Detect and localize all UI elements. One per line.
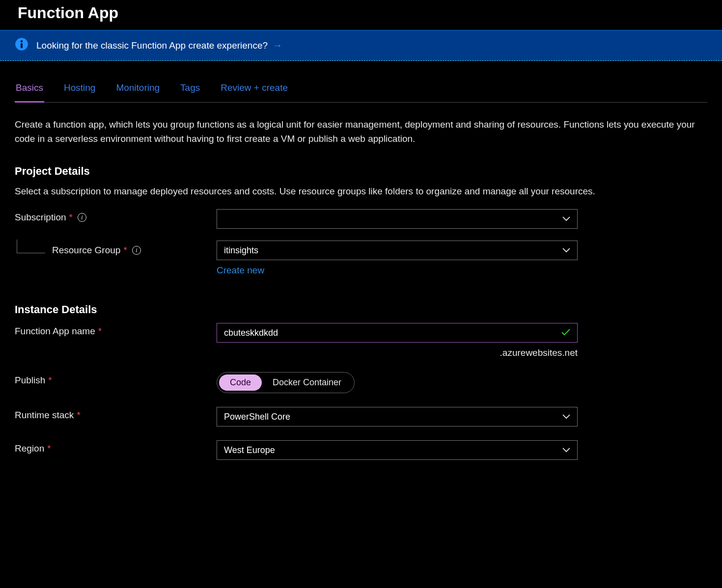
resource-group-value: itinsights <box>224 245 258 256</box>
project-details-heading: Project Details <box>15 165 707 178</box>
chevron-down-icon <box>562 216 570 221</box>
page-title: Function App <box>0 0 722 30</box>
region-select[interactable]: West Europe <box>217 440 578 460</box>
info-icon[interactable]: i <box>78 213 86 222</box>
function-app-name-input[interactable]: cbuteskkdkdd <box>217 323 578 343</box>
required-indicator: * <box>69 212 73 223</box>
runtime-stack-label: Runtime stack <box>15 410 74 421</box>
info-icon <box>15 37 28 53</box>
subscription-select[interactable] <box>217 209 578 229</box>
classic-experience-banner[interactable]: Looking for the classic Function App cre… <box>0 30 722 61</box>
region-label: Region <box>15 443 44 454</box>
info-icon[interactable]: i <box>132 246 141 255</box>
runtime-stack-select[interactable]: PowerShell Core <box>217 407 578 427</box>
tree-connector <box>17 240 45 253</box>
tab-description: Create a function app, which lets you gr… <box>15 117 707 146</box>
banner-text: Looking for the classic Function App cre… <box>36 40 268 51</box>
project-details-subtitle: Select a subscription to manage deployed… <box>15 185 707 199</box>
arrow-right-icon: → <box>273 40 282 51</box>
tab-hosting[interactable]: Hosting <box>63 82 96 103</box>
tab-basics[interactable]: Basics <box>15 82 44 103</box>
chevron-down-icon <box>562 414 570 419</box>
required-indicator: * <box>77 410 80 421</box>
publish-option-docker[interactable]: Docker Container <box>262 374 352 391</box>
chevron-down-icon <box>562 248 570 253</box>
tab-monitoring[interactable]: Monitoring <box>115 82 161 103</box>
required-indicator: * <box>47 443 51 454</box>
subscription-label: Subscription <box>15 212 66 223</box>
resource-group-label: Resource Group <box>52 245 120 256</box>
svg-rect-2 <box>21 43 23 49</box>
domain-suffix: .azurewebsites.net <box>217 347 578 358</box>
svg-point-1 <box>21 40 23 43</box>
required-indicator: * <box>48 375 52 386</box>
required-indicator: * <box>123 245 127 256</box>
tab-tags[interactable]: Tags <box>179 82 201 103</box>
instance-details-heading: Instance Details <box>15 303 707 316</box>
checkmark-icon <box>561 328 570 338</box>
region-value: West Europe <box>224 445 275 455</box>
tabs-bar: Basics Hosting Monitoring Tags Review + … <box>15 82 707 103</box>
publish-option-code[interactable]: Code <box>219 374 262 391</box>
publish-toggle: Code Docker Container <box>217 372 355 393</box>
publish-label: Publish <box>15 375 45 386</box>
function-app-name-label: Function App name <box>15 326 95 337</box>
resource-group-select[interactable]: itinsights <box>217 241 578 260</box>
create-new-link[interactable]: Create new <box>217 265 264 276</box>
chevron-down-icon <box>562 448 570 453</box>
required-indicator: * <box>98 326 102 337</box>
runtime-stack-value: PowerShell Core <box>224 412 290 422</box>
tab-review-create[interactable]: Review + create <box>220 82 289 103</box>
function-app-name-value: cbuteskkdkdd <box>224 328 561 338</box>
